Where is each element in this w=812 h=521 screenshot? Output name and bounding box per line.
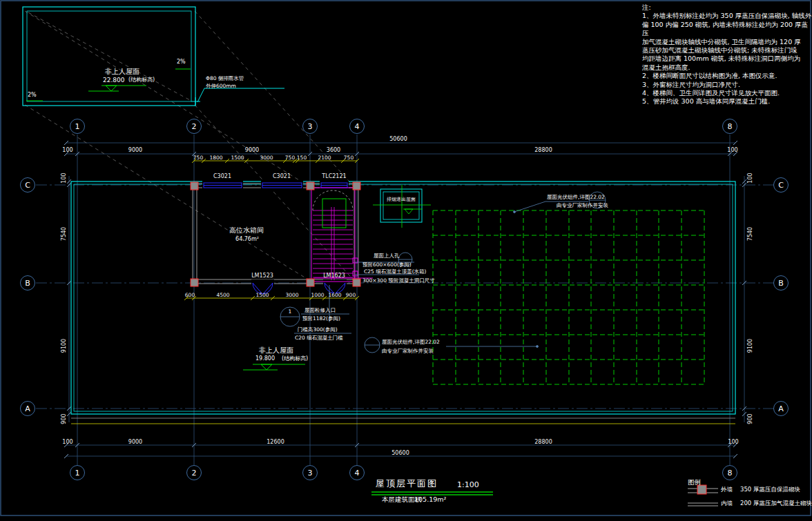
grid-bubble-A-right: A: [773, 401, 789, 416]
dim-small: 1800: [209, 155, 222, 161]
drawing-title: 屋顶层平面图: [376, 479, 438, 489]
detail-title: 非上人屋面: [105, 68, 139, 75]
door-tag: LM1623: [323, 273, 345, 279]
entry-note-line: 门槛高300(参阅): [298, 327, 338, 333]
note-line: 1、外墙未特别标注处均为 350 厚蒸压自保温砌块, 轴线外: [642, 12, 812, 20]
dim-door: 1000: [311, 293, 324, 298]
note-line: 注:: [642, 3, 812, 12]
pv-note-line1: 屋面光伏组件,详图22.02: [382, 340, 440, 345]
dim-top: 9000: [245, 148, 259, 153]
dim-bottom-total: 50600: [392, 451, 409, 456]
grid-bubble-4-top: 4: [349, 119, 365, 134]
grid-bubble-A-left: A: [20, 401, 35, 416]
door-tag: LM1523: [251, 273, 273, 279]
dim-small: 750: [344, 155, 354, 161]
dim-small: 150: [297, 155, 307, 161]
grid-bubble-B-right: B: [773, 275, 789, 291]
dim-right: 7540: [748, 227, 753, 241]
legend-row-label: 外墙: [721, 486, 733, 493]
window-tag: TLC2121: [322, 174, 346, 179]
note-line: 蒸压砂加气混凝土砌块轴线中分砌筑; 未特殊标注门垛: [642, 46, 812, 55]
window-tag: C3021: [213, 174, 231, 179]
dim-top: 9000: [128, 148, 142, 153]
roof-outline: [71, 181, 735, 418]
dim-small: 2100: [318, 155, 331, 161]
grid-bubble-8-top: 8: [722, 119, 737, 134]
detail-elevation-symbol: [88, 86, 146, 91]
dim-small: 750: [193, 155, 203, 161]
roof-elevation: 19.800: [255, 356, 275, 362]
grid-bubble-3-top: 3: [302, 119, 318, 134]
dim-door: 3000: [285, 293, 298, 298]
dim-top: 100: [727, 148, 737, 153]
vent-label: 排烟道出屋面: [387, 197, 416, 203]
detail-slope-bottom: 2%: [28, 92, 37, 99]
dim-left: 7540: [61, 227, 67, 241]
drawing-scale: 1:100: [457, 481, 479, 489]
note-line: 2、楼梯间断面尺寸以结构图为准, 本图仅示意.: [642, 72, 812, 80]
floor-area-value: 105.19m²: [414, 496, 446, 503]
dim-right: 9100: [748, 339, 753, 353]
hatch-note-line: 300×300 预留混凝土洞口尺寸: [362, 278, 435, 284]
dimension-lines: [66, 143, 744, 456]
grid-bubble-4-bottom: 4: [349, 465, 365, 480]
note-line: 混凝土抱框高度.: [642, 63, 812, 72]
pv-note-line2: 由专业厂家制作并安装: [557, 203, 608, 208]
wall-openings: [202, 181, 349, 286]
dim-bottom: 12600: [267, 440, 284, 445]
hatch-note-line: 预留600×600(参阅): [362, 262, 412, 268]
legend-row-label: 内墙: [721, 500, 733, 507]
grid-bubble-8-bottom: 8: [722, 465, 737, 480]
dimension-ticks: [64, 141, 746, 458]
hatch-note-line: C25 细石混凝土顶盖(水箱): [364, 269, 427, 275]
entry-note-line: 屋面检修入口: [304, 308, 336, 313]
dim-top-total: 50600: [389, 137, 407, 142]
general-notes: 注: 1、外墙未特别标注处均为 350 厚蒸压自保温砌块, 轴线外 偏 100 …: [642, 3, 812, 106]
dim-top: 100: [62, 148, 72, 153]
cad-drawing-canvas: 注: 1、外墙未特别标注处均为 350 厚蒸压自保温砌块, 轴线外 偏 100 …: [0, 0, 812, 521]
grid-bubble-2-bottom: 2: [186, 465, 202, 480]
grid-bubble-B-left: B: [20, 275, 35, 291]
dim-bottom: 9000: [128, 440, 142, 445]
dim-top: 3600: [327, 148, 340, 153]
pv-note-line2: 由专业厂家制作并安装: [382, 348, 434, 354]
detail-roof-plan: [23, 7, 284, 106]
grid-bubble-3-bottom: 3: [302, 465, 318, 480]
dim-right: 900: [748, 413, 753, 424]
room-name: 高位水箱间: [229, 226, 264, 234]
dim-door: 900: [346, 293, 356, 298]
legend-title: 图例: [688, 479, 701, 486]
note-line: 加气混凝土砌块轴线中分砌筑, 卫生间隔墙均为 120 厚: [642, 38, 812, 46]
dim-left: 9100: [61, 339, 67, 353]
dim-top: 28800: [534, 148, 552, 153]
detail-elevation-note: (结构标高): [128, 77, 155, 83]
hatch-note-line: 屋面上人孔: [374, 253, 400, 259]
roof-label: 非上人屋面: [259, 346, 293, 354]
dim-door: 600: [185, 293, 195, 298]
legend-symbols: [688, 485, 718, 506]
dim-bottom: 100: [62, 440, 72, 445]
drain-note-line1: Φ80 侧排雨水管: [206, 76, 244, 81]
dim-door: 1600: [328, 293, 341, 298]
dim-left: 100: [61, 173, 67, 183]
note-line: 4、楼梯间、卫生间详图及尺寸详见放大平面图.: [642, 89, 812, 97]
columns: [191, 182, 360, 286]
grid-bubble-1-bottom: 1: [70, 465, 85, 480]
note-line: 3、外窗标注尺寸均为洞口净尺寸.: [642, 81, 812, 89]
roof-elevation-note: (结构标高): [282, 356, 308, 362]
dim-bottom: 28800: [534, 440, 552, 445]
pv-note-line1: 屋面光伏组件,详图22.02: [547, 195, 605, 200]
note-line: 5、管井均设 300 高与墙体同厚混凝土门槛.: [642, 97, 812, 106]
drain-note-line2: 外伸600mm: [206, 83, 236, 89]
vent-box: [373, 185, 431, 228]
legend-row-desc: 200 厚蒸压加气混凝土砌块: [740, 500, 812, 507]
note-line: 均距墙边距离 100mm 砌筑, 未特殊标注洞口两侧均为: [642, 55, 812, 63]
legend-row-desc: 350 厚蒸压自保温砌块: [740, 486, 800, 493]
dim-small: 1500: [231, 155, 244, 161]
dim-door: 4500: [216, 293, 229, 298]
dim-small: 3000: [260, 155, 273, 161]
grid-bubble-1-top: 1: [70, 119, 85, 134]
pv-panel-grid: [433, 210, 704, 384]
grid-bubble-C-left: C: [20, 177, 35, 193]
dim-left: 900: [61, 413, 67, 424]
